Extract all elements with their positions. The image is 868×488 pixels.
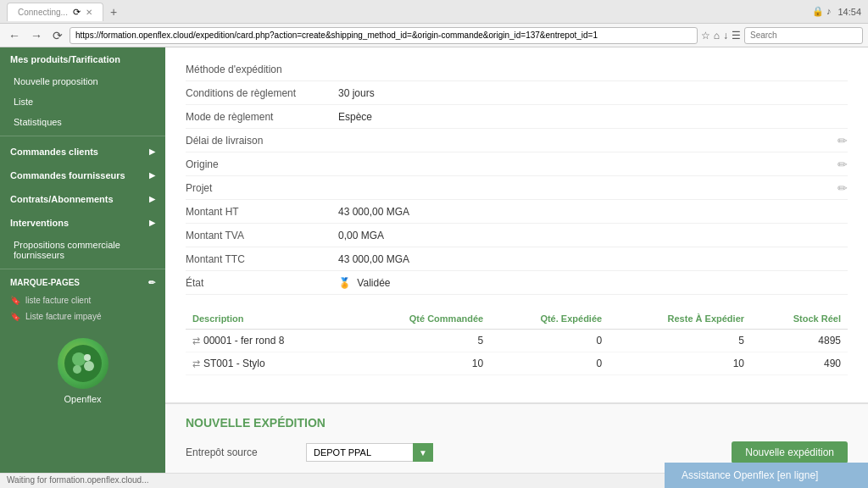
browser-tab[interactable]: Connecting... ⟳ ✕ xyxy=(7,3,103,21)
browser-toolbar: ← → ⟳ ☆ ⌂ ↓ ☰ xyxy=(0,24,868,47)
row-icon: ⇄ xyxy=(192,358,200,369)
sidebar-item-statistiques[interactable]: Statistiques xyxy=(0,112,165,132)
mode-reglement-row: Mode de règlement Espèce xyxy=(186,105,848,129)
tab-close-icon[interactable]: ✕ xyxy=(86,8,92,17)
montant-ht-value: 43 000,00 MGA xyxy=(338,206,848,218)
cell-description: ⇄ST001 - Stylo xyxy=(186,352,352,375)
status-icon: 🏅 xyxy=(338,277,351,289)
conditions-reglement-label: Conditions de règlement xyxy=(186,87,338,99)
origine-row: Origine ✏ xyxy=(186,152,848,176)
chevron-right-icon: ▶ xyxy=(149,219,155,227)
montant-ttc-value: 43 000,00 MGA xyxy=(338,253,848,265)
chevron-right-icon: ▶ xyxy=(149,171,155,180)
origine-label: Origine xyxy=(186,158,338,170)
bookmark-liste-facture-client[interactable]: 🔖 liste facture client xyxy=(0,292,165,308)
edit-origine-icon[interactable]: ✏ xyxy=(837,158,848,171)
delai-livraison-label: Délai de livraison xyxy=(186,135,338,147)
tab-title: Connecting... xyxy=(18,8,68,17)
sidebar-commandes-fournisseurs-label: Commandes fournisseurs xyxy=(10,170,125,180)
montant-tva-value: 0,00 MGA xyxy=(338,230,848,241)
marque-pages-section: MARQUE-PAGES ✏ xyxy=(0,273,165,292)
projet-label: Projet xyxy=(186,182,338,194)
sidebar-section-label: Mes produits/Tarification xyxy=(10,54,120,64)
sidebar-item-label: Statistiques xyxy=(14,117,62,127)
sidebar-divider-2 xyxy=(0,269,165,269)
edit-icon[interactable]: ✏ xyxy=(148,278,155,287)
logo-text: Openflex xyxy=(7,394,159,404)
montant-tva-row: Montant TVA 0,00 MGA xyxy=(186,224,848,247)
bookmark-icon: 🔖 xyxy=(10,312,20,321)
sidebar-propositions-label: Propositions commerciale fournisseurs xyxy=(14,240,152,260)
expedition-form-row: Entrepôt source DEPOT PPAL ▼ Nouvelle ex… xyxy=(186,441,848,463)
status-text: Waiting for formation.openflex.cloud... xyxy=(7,475,149,485)
new-tab-button[interactable]: + xyxy=(110,5,117,19)
back-button[interactable]: ← xyxy=(5,27,24,44)
projet-row: Projet ✏ xyxy=(186,176,848,200)
content-area: Méthode d'expédition Conditions de règle… xyxy=(165,47,868,396)
system-time: 14:54 xyxy=(837,7,861,17)
loading-spinner: ⟳ xyxy=(73,7,81,18)
cell-qte-commandee: 10 xyxy=(352,352,490,375)
cell-description: ⇄00001 - fer rond 8 xyxy=(186,330,352,352)
sidebar-divider xyxy=(0,136,165,136)
assistance-bar[interactable]: Assistance Openflex [en ligne] xyxy=(665,463,868,488)
sidebar-contrats-label: Contrats/Abonnements xyxy=(10,194,114,204)
reload-button[interactable]: ⟳ xyxy=(49,27,66,44)
home-icon[interactable]: ⌂ xyxy=(714,30,720,42)
conditions-reglement-row: Conditions de règlement 30 jours xyxy=(186,81,848,105)
cell-stock: 490 xyxy=(751,352,848,375)
bookmark-label: liste facture client xyxy=(25,296,91,305)
svg-point-2 xyxy=(84,361,94,371)
window-controls: 🔒 ♪ xyxy=(812,6,832,17)
expedition-title: NOUVELLE EXPÉDITION xyxy=(186,416,848,430)
download-icon[interactable]: ↓ xyxy=(723,30,728,42)
methode-expedition-row: Méthode d'expédition xyxy=(186,58,848,81)
cell-reste: 10 xyxy=(609,352,751,375)
menu-icon[interactable]: ☰ xyxy=(732,30,741,42)
search-input[interactable] xyxy=(744,27,863,44)
edit-projet-icon[interactable]: ✏ xyxy=(837,181,848,195)
forward-button[interactable]: → xyxy=(27,27,46,44)
browser-titlebar: Connecting... ⟳ ✕ + 🔒 ♪ 14:54 xyxy=(0,0,868,24)
svg-point-3 xyxy=(73,365,81,374)
sidebar-propositions[interactable]: Propositions commerciale fournisseurs xyxy=(0,235,165,265)
sidebar-item-liste[interactable]: Liste xyxy=(0,92,165,112)
sidebar-interventions-label: Interventions xyxy=(10,218,69,228)
sidebar: Mes produits/Tarification Nouvelle propo… xyxy=(0,47,165,473)
methode-expedition-label: Méthode d'expédition xyxy=(186,64,338,75)
chevron-right-icon: ▶ xyxy=(149,195,155,203)
col-header-qte-expediee: Qté. Expédiée xyxy=(490,308,609,330)
bookmark-icon: 🔖 xyxy=(10,296,20,305)
sidebar-commandes-fournisseurs[interactable]: Commandes fournisseurs ▶ xyxy=(0,164,165,187)
montant-ht-label: Montant HT xyxy=(186,206,338,218)
bookmark-icon[interactable]: ☆ xyxy=(701,30,710,42)
montant-ttc-label: Montant TTC xyxy=(186,253,338,265)
address-bar[interactable] xyxy=(70,27,698,44)
edit-delai-icon[interactable]: ✏ xyxy=(837,134,848,147)
delai-livraison-row: Délai de livraison ✏ xyxy=(186,129,848,152)
sidebar-item-label: Nouvelle proposition xyxy=(14,76,98,86)
sidebar-section-tarification[interactable]: Mes produits/Tarification xyxy=(0,47,165,71)
openflex-logo xyxy=(58,338,108,389)
col-header-stock: Stock Réel xyxy=(751,308,848,330)
bookmark-liste-facture-impaye[interactable]: 🔖 Liste facture impayé xyxy=(0,308,165,324)
sidebar-item-nouvelle-proposition[interactable]: Nouvelle proposition xyxy=(0,71,165,92)
sidebar-contrats[interactable]: Contrats/Abonnements ▶ xyxy=(0,187,165,211)
entrepot-select[interactable]: DEPOT PPAL xyxy=(306,443,433,462)
montant-ttc-row: Montant TTC 43 000,00 MGA xyxy=(186,247,848,271)
toolbar-icons: ☆ ⌂ ↓ ☰ xyxy=(701,30,741,42)
col-header-description: Description xyxy=(186,308,352,330)
sidebar-interventions[interactable]: Interventions ▶ xyxy=(0,211,165,235)
etat-row: État 🏅 Validée xyxy=(186,271,848,295)
conditions-reglement-value: 30 jours xyxy=(338,87,848,99)
montant-tva-label: Montant TVA xyxy=(186,230,338,241)
svg-point-1 xyxy=(72,352,86,366)
nouvelle-expedition-button[interactable]: Nouvelle expédition xyxy=(732,441,848,463)
cell-stock: 4895 xyxy=(751,330,848,352)
main-content: Méthode d'expédition Conditions de règle… xyxy=(165,47,868,473)
row-icon: ⇄ xyxy=(192,336,200,346)
entrepot-select-wrapper: DEPOT PPAL ▼ xyxy=(306,443,433,462)
cell-reste: 5 xyxy=(609,330,751,352)
sidebar-commandes-clients[interactable]: Commandes clients ▶ xyxy=(0,140,165,164)
table-header-row: Description Qté Commandée Qté. Expédiée … xyxy=(186,308,848,330)
